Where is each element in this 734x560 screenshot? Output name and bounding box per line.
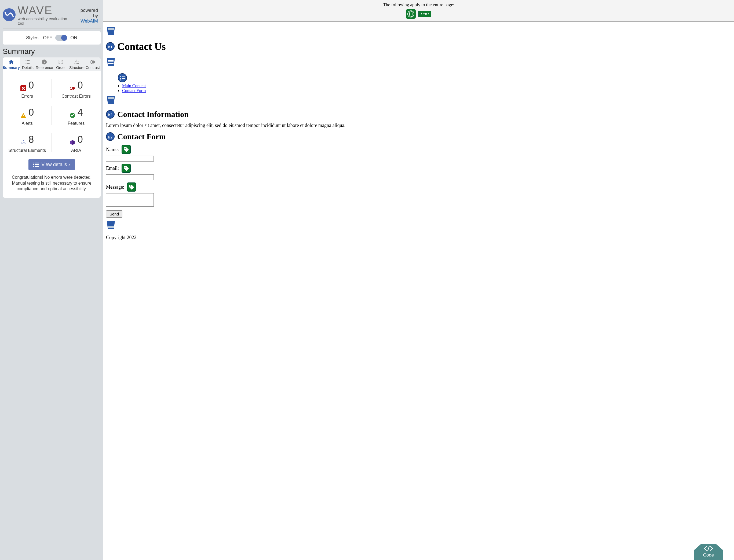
brand-row: WAVE web accessibility evaluation tool p… [3, 3, 101, 28]
tab-structure[interactable]: Structure [69, 57, 85, 71]
copyright-text: Copyright 2022 [106, 235, 731, 240]
nav-region-icon[interactable] [106, 57, 116, 67]
svg-rect-15 [108, 28, 114, 30]
lang-badge[interactable]: *en* [418, 11, 431, 17]
language-icon[interactable] [406, 9, 416, 19]
page-preview: The following apply to the entire page: … [103, 0, 734, 560]
name-row: Name: [106, 145, 731, 162]
code-icon [703, 546, 714, 551]
aria-icon [70, 137, 75, 142]
svg-text:i: i [44, 60, 45, 64]
styles-off-label: OFF [43, 35, 52, 41]
email-input[interactable] [106, 174, 154, 180]
error-icon [20, 82, 26, 88]
email-row: Email: [106, 164, 731, 180]
h2-form-row: h2 Contact Form [106, 132, 731, 141]
h2-badge-icon[interactable]: h2 [106, 132, 115, 141]
panel-title: Summary [3, 47, 101, 56]
svg-point-19 [120, 76, 121, 77]
form-label-icon[interactable] [122, 164, 131, 173]
svg-point-8 [72, 87, 75, 90]
header-region-icon[interactable] [106, 26, 116, 36]
svg-point-26 [125, 148, 126, 149]
h2-badge-icon[interactable]: h2 [106, 110, 115, 119]
svg-rect-22 [122, 78, 125, 79]
tab-reference[interactable]: i Reference [36, 57, 53, 71]
alert-icon [20, 109, 26, 115]
page-banner: The following apply to the entire page: … [103, 0, 734, 22]
contrast-error-icon [70, 82, 75, 88]
brand-title: WAVE [18, 4, 75, 17]
styles-toggle[interactable] [55, 35, 67, 41]
svg-rect-29 [108, 226, 114, 228]
unordered-list-icon[interactable] [118, 73, 127, 82]
lorem-paragraph: Lorem ipsum dolor sit amet, consectetur … [106, 123, 731, 128]
svg-point-5 [92, 61, 95, 64]
h1-badge-icon[interactable]: h1 [106, 42, 115, 51]
svg-text:3→4: 3→4 [59, 62, 63, 64]
skip-main-link[interactable]: Main Content [122, 83, 146, 88]
message-row: Message: [106, 182, 731, 207]
svg-point-21 [120, 78, 121, 79]
page-h1: Contact Us [117, 41, 166, 52]
styles-toggle-card: Styles: OFF ON [3, 31, 101, 45]
main-region-icon[interactable] [106, 95, 116, 105]
list-icon [33, 163, 39, 167]
count-structural: 8 Structural Elements [3, 129, 52, 156]
footer-region-icon[interactable] [106, 220, 116, 230]
svg-rect-20 [122, 76, 125, 77]
message-textarea[interactable] [106, 193, 154, 207]
list-item: Main Content [122, 83, 731, 88]
count-contrast-errors: 0 Contrast Errors [52, 75, 101, 102]
svg-point-28 [130, 185, 131, 186]
order-icon: 1→23→4 [58, 59, 64, 65]
form-label-icon[interactable] [122, 145, 131, 154]
svg-rect-16 [108, 60, 114, 61]
count-errors: 0 Errors [3, 75, 52, 102]
home-icon [8, 59, 14, 65]
webaim-link[interactable]: WebAIM [81, 19, 98, 24]
svg-rect-18 [108, 63, 114, 64]
styles-label: Styles: [26, 35, 40, 41]
page-h2-form: Contact Form [117, 132, 166, 141]
name-label: Name: [106, 147, 119, 152]
svg-rect-25 [108, 97, 114, 99]
count-features: 4 Features [52, 102, 101, 129]
send-button[interactable]: Send [106, 210, 122, 218]
banner-text: The following apply to the entire page: [103, 2, 734, 8]
tab-bar: Summary Details i Reference 1→23→4 Order… [3, 57, 101, 71]
feature-icon [70, 109, 75, 115]
view-details-button[interactable]: View details › [28, 159, 75, 170]
tab-summary[interactable]: Summary [3, 57, 20, 71]
contrast-icon [90, 59, 96, 65]
svg-rect-10 [23, 117, 24, 117]
list-item: Contact Form [122, 88, 731, 93]
tab-contrast[interactable]: Contrast [85, 57, 101, 71]
svg-rect-24 [122, 80, 125, 80]
styles-on-label: ON [70, 35, 77, 41]
wave-sidebar: WAVE web accessibility evaluation tool p… [0, 0, 103, 560]
summary-panel: Summary Details i Reference 1→23→4 Order… [3, 57, 101, 198]
svg-point-27 [125, 167, 126, 168]
svg-point-23 [120, 79, 121, 80]
structural-icon [20, 137, 26, 142]
powered-by: powered by WebAIM [74, 8, 98, 24]
hierarchy-icon [74, 59, 80, 65]
brand-subtitle: web accessibility evaluation tool [18, 16, 75, 25]
message-label: Message: [106, 184, 124, 190]
name-input[interactable] [106, 156, 154, 162]
powered-by-label: powered by [81, 8, 98, 18]
h1-row: h1 Contact Us [106, 41, 731, 52]
wave-logo-icon [3, 8, 16, 21]
h2-info-row: h2 Contact Information [106, 110, 731, 119]
count-alerts: 0 Alerts [3, 102, 52, 129]
tab-details[interactable]: Details [20, 57, 36, 71]
skip-link-list: Main Content Contact Form [118, 83, 731, 93]
tab-order[interactable]: 1→23→4 Order [53, 57, 69, 71]
skip-form-link[interactable]: Contact Form [122, 88, 146, 93]
form-label-icon[interactable] [127, 182, 136, 192]
svg-rect-9 [23, 115, 24, 116]
svg-rect-17 [108, 61, 114, 62]
count-aria: 0 ARIA [52, 129, 101, 156]
email-label: Email: [106, 166, 119, 171]
